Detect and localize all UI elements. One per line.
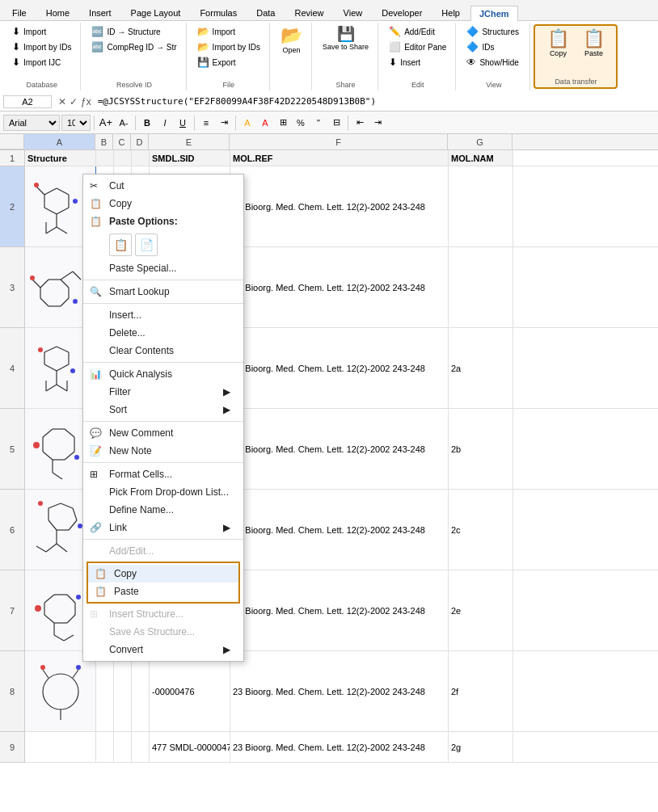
context-menu-item-cut[interactable]: ✂ Cut bbox=[83, 177, 243, 195]
cell-f3[interactable]: 23 Bioorg. Med. Chem. Lett. 12(2)-2002 2… bbox=[230, 247, 449, 327]
cell-c1[interactable] bbox=[114, 150, 132, 166]
indent-button[interactable]: ⇥ bbox=[216, 115, 232, 131]
col-header-c[interactable]: C bbox=[113, 134, 131, 149]
cell-a8[interactable] bbox=[25, 651, 96, 731]
insert-function-icon[interactable]: ƒx bbox=[81, 96, 91, 107]
row-header-4[interactable]: 4 bbox=[0, 328, 24, 409]
show-hide-button[interactable]: 👁 Show/Hide bbox=[462, 55, 525, 69]
structures-button[interactable]: 🔷 Structures bbox=[462, 24, 525, 39]
cancel-formula-icon[interactable]: ✕ bbox=[58, 96, 66, 107]
context-menu-item-format-cells[interactable]: ⊞ Format Cells... bbox=[83, 465, 243, 483]
tab-view[interactable]: View bbox=[335, 5, 372, 20]
cell-g7[interactable]: 2e bbox=[449, 570, 513, 650]
context-menu-item-convert[interactable]: Convert ▶ bbox=[83, 641, 243, 658]
cell-e8[interactable]: -00000476 bbox=[150, 651, 230, 731]
increase-font-button[interactable]: A+ bbox=[98, 115, 114, 131]
import-ijc-button[interactable]: ⬇ Import IJC bbox=[8, 55, 75, 69]
row-header-7[interactable]: 7 bbox=[0, 570, 24, 651]
cell-a9[interactable] bbox=[25, 732, 96, 762]
context-menu-item-quick-analysis[interactable]: 📊 Quick Analysis bbox=[83, 365, 243, 383]
row-header-3[interactable]: 3 bbox=[0, 247, 24, 328]
add-edit-ribbon-button[interactable]: ✏️ Add/Edit bbox=[385, 24, 450, 39]
border-button[interactable]: ⊞ bbox=[275, 115, 291, 131]
tab-developer[interactable]: Developer bbox=[373, 5, 431, 20]
context-menu-item-paste-special[interactable]: Paste Special... bbox=[83, 259, 243, 277]
font-selector[interactable]: Arial bbox=[3, 115, 60, 131]
format-button[interactable]: ⊟ bbox=[328, 115, 344, 131]
cell-f9[interactable]: 23 Bioorg. Med. Chem. Lett. 12(2)-2002 2… bbox=[230, 732, 449, 762]
paste-ribbon-button[interactable]: 📋 Paste bbox=[577, 27, 609, 60]
file-import-button[interactable]: 📂 Import bbox=[193, 24, 264, 39]
cell-a1[interactable]: Structure bbox=[25, 150, 96, 166]
insert-ribbon-button[interactable]: ⬇ Insert bbox=[385, 55, 450, 69]
cell-f1[interactable]: MOL.REF bbox=[230, 150, 449, 166]
copy-ribbon-button[interactable]: 📋 Copy bbox=[542, 27, 574, 60]
import-button[interactable]: ⬇ Import bbox=[8, 24, 75, 39]
tab-data[interactable]: Data bbox=[247, 5, 284, 20]
col-header-f[interactable]: F bbox=[230, 134, 448, 149]
font-color-button[interactable]: A bbox=[257, 115, 273, 131]
cell-c9[interactable] bbox=[114, 732, 132, 762]
context-menu-item-copy[interactable]: 📋 Copy bbox=[83, 195, 243, 212]
cell-d1[interactable] bbox=[132, 150, 150, 166]
context-menu-item-filter[interactable]: Filter ▶ bbox=[83, 383, 243, 401]
cell-g1[interactable]: MOL.NAM bbox=[449, 150, 513, 166]
save-to-share-button[interactable]: 💾 Save to Share bbox=[318, 24, 373, 53]
increase-indent-button[interactable]: ⇥ bbox=[369, 115, 386, 131]
row-header-1[interactable]: 1 bbox=[0, 150, 24, 166]
cell-f2[interactable]: 23 Bioorg. Med. Chem. Lett. 12(2)-2002 2… bbox=[230, 166, 449, 246]
context-menu-item-link[interactable]: 🔗 Link ▶ bbox=[83, 519, 243, 536]
cell-g2[interactable] bbox=[449, 166, 513, 246]
tab-review[interactable]: Review bbox=[285, 5, 332, 20]
cell-g6[interactable]: 2c bbox=[449, 490, 513, 570]
id-to-structure-button[interactable]: 🔤 ID → Structure bbox=[87, 24, 180, 39]
cell-g4[interactable]: 2a bbox=[449, 328, 513, 408]
decrease-indent-button[interactable]: ⇤ bbox=[352, 115, 368, 131]
row-header-8[interactable]: 8 bbox=[0, 651, 24, 732]
editor-pane-button[interactable]: ⬜ Editor Pane bbox=[385, 40, 450, 54]
col-header-e[interactable]: E bbox=[149, 134, 230, 149]
tab-help[interactable]: Help bbox=[432, 5, 469, 20]
context-menu-item-insert[interactable]: Insert... bbox=[83, 306, 243, 324]
cell-f4[interactable]: 23 Bioorg. Med. Chem. Lett. 12(2)-2002 2… bbox=[230, 328, 449, 408]
context-menu-item-new-note[interactable]: 📝 New Note bbox=[83, 442, 243, 460]
context-menu-item-jchem-paste[interactable]: 📋 Paste bbox=[88, 583, 238, 600]
paste-icon-1[interactable]: 📋 bbox=[109, 234, 132, 256]
bold-button[interactable]: B bbox=[139, 115, 155, 131]
cell-b9[interactable] bbox=[96, 732, 114, 762]
cell-b8[interactable] bbox=[96, 651, 114, 731]
formula-input[interactable] bbox=[98, 96, 655, 107]
cell-g3[interactable] bbox=[449, 247, 513, 327]
cell-reference[interactable] bbox=[3, 95, 52, 108]
file-import-ids-button[interactable]: 📂 Import by IDs bbox=[193, 40, 264, 54]
col-header-b[interactable]: B bbox=[95, 134, 113, 149]
cell-g5[interactable]: 2b bbox=[449, 409, 513, 489]
decrease-font-button[interactable]: A- bbox=[116, 115, 132, 131]
cell-f8[interactable]: 23 Bioorg. Med. Chem. Lett. 12(2)-2002 2… bbox=[230, 651, 449, 731]
col-header-a[interactable]: A bbox=[24, 134, 95, 149]
ids-button[interactable]: 🔷 IDs bbox=[462, 40, 525, 54]
cell-g8[interactable]: 2f bbox=[449, 651, 513, 731]
tab-home[interactable]: Home bbox=[37, 5, 78, 20]
col-header-g[interactable]: G bbox=[448, 134, 512, 149]
context-menu-item-sort[interactable]: Sort ▶ bbox=[83, 401, 243, 419]
row-header-5[interactable]: 5 bbox=[0, 409, 24, 490]
highlight-color-button[interactable]: A bbox=[239, 115, 255, 131]
row-header-2[interactable]: 2 bbox=[0, 166, 24, 247]
cell-g9[interactable]: 2g bbox=[449, 732, 513, 762]
export-button[interactable]: 💾 Export bbox=[193, 55, 264, 69]
import-by-ids-button[interactable]: ⬇ Import by IDs bbox=[8, 40, 75, 54]
left-align-button[interactable]: ≡ bbox=[198, 115, 214, 131]
quote-button[interactable]: " bbox=[310, 115, 327, 131]
context-menu-item-new-comment[interactable]: 💬 New Comment bbox=[83, 424, 243, 442]
cell-b1[interactable] bbox=[96, 150, 114, 166]
cell-c8[interactable] bbox=[114, 651, 132, 731]
italic-button[interactable]: I bbox=[157, 115, 173, 131]
paste-icon-2[interactable]: 📄 bbox=[135, 234, 158, 256]
cell-f6[interactable]: 23 Bioorg. Med. Chem. Lett. 12(2)-2002 2… bbox=[230, 490, 449, 570]
cell-d8[interactable] bbox=[132, 651, 150, 731]
tab-formulas[interactable]: Formulas bbox=[191, 5, 246, 20]
context-menu-item-smart-lookup[interactable]: 🔍 Smart Lookup bbox=[83, 283, 243, 301]
row-header-6[interactable]: 6 bbox=[0, 490, 24, 570]
context-menu-item-pick-dropdown[interactable]: Pick From Drop-down List... bbox=[83, 483, 243, 501]
